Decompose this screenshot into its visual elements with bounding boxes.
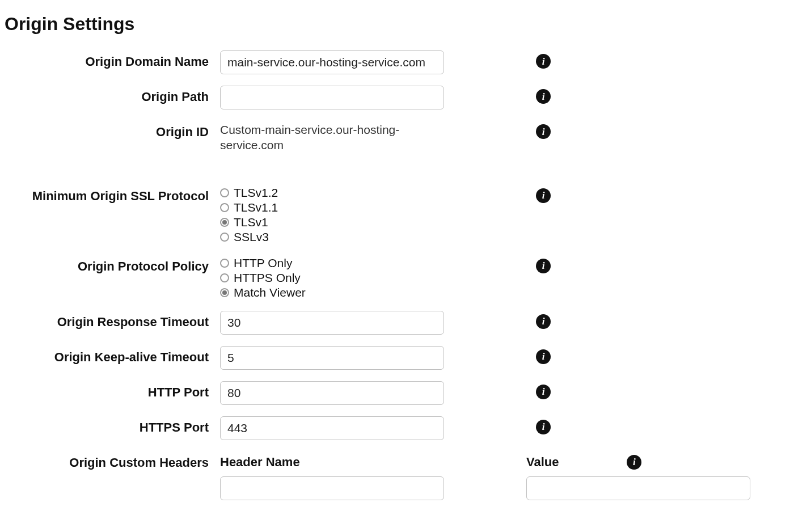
radio-dot-icon bbox=[220, 259, 229, 268]
radio-ssl-tlsv12[interactable]: TLSv1.2 bbox=[220, 186, 526, 200]
row-origin-id: Origin ID Custom-main-service.our-hostin… bbox=[5, 121, 789, 153]
input-header-name[interactable] bbox=[220, 476, 444, 500]
label-response-timeout: Origin Response Timeout bbox=[5, 311, 220, 331]
label-protocol-policy: Origin Protocol Policy bbox=[5, 255, 220, 275]
radio-label: TLSv1.1 bbox=[234, 201, 278, 214]
input-https-port[interactable] bbox=[220, 416, 444, 440]
info-icon[interactable]: i bbox=[536, 259, 551, 273]
col-header-value: Value bbox=[526, 455, 559, 470]
label-min-ssl: Minimum Origin SSL Protocol bbox=[5, 185, 220, 205]
radio-label: TLSv1.2 bbox=[234, 186, 278, 200]
info-icon[interactable]: i bbox=[536, 124, 551, 139]
row-min-ssl: Minimum Origin SSL Protocol TLSv1.2 TLSv… bbox=[5, 185, 789, 244]
row-http-port: HTTP Port i bbox=[5, 381, 789, 405]
info-icon[interactable]: i bbox=[536, 385, 551, 399]
row-protocol-policy: Origin Protocol Policy HTTP Only HTTPS O… bbox=[5, 255, 789, 299]
label-keepalive-timeout: Origin Keep-alive Timeout bbox=[5, 346, 220, 366]
static-origin-id: Custom-main-service.our-hosting-service.… bbox=[220, 121, 424, 153]
row-https-port: HTTPS Port i bbox=[5, 416, 789, 440]
radio-dot-icon bbox=[220, 288, 229, 297]
radio-dot-icon bbox=[220, 188, 229, 197]
label-origin-id: Origin ID bbox=[5, 121, 220, 141]
input-http-port[interactable] bbox=[220, 381, 444, 405]
info-icon[interactable]: i bbox=[536, 54, 551, 69]
page-title: Origin Settings bbox=[5, 14, 789, 35]
input-origin-path[interactable] bbox=[220, 86, 444, 109]
radio-dot-icon bbox=[220, 218, 229, 227]
row-response-timeout: Origin Response Timeout i bbox=[5, 311, 789, 335]
label-origin-path: Origin Path bbox=[5, 86, 220, 105]
label-origin-domain-name: Origin Domain Name bbox=[5, 50, 220, 70]
radio-dot-icon bbox=[220, 273, 229, 282]
label-https-port: HTTPS Port bbox=[5, 416, 220, 436]
info-icon[interactable]: i bbox=[627, 455, 641, 470]
input-header-value[interactable] bbox=[526, 476, 750, 500]
radio-label: TLSv1 bbox=[234, 216, 268, 229]
radio-label: SSLv3 bbox=[234, 230, 269, 244]
radio-match-viewer[interactable]: Match Viewer bbox=[220, 286, 526, 299]
radio-https-only[interactable]: HTTPS Only bbox=[220, 271, 526, 285]
input-origin-domain-name[interactable] bbox=[220, 50, 444, 74]
info-icon[interactable]: i bbox=[536, 89, 551, 104]
radio-dot-icon bbox=[220, 233, 229, 242]
input-response-timeout[interactable] bbox=[220, 311, 444, 335]
radio-dot-icon bbox=[220, 203, 229, 212]
row-keepalive-timeout: Origin Keep-alive Timeout i bbox=[5, 346, 789, 370]
info-icon[interactable]: i bbox=[536, 188, 551, 203]
input-keepalive-timeout[interactable] bbox=[220, 346, 444, 370]
label-http-port: HTTP Port bbox=[5, 381, 220, 401]
radio-ssl-tlsv1[interactable]: TLSv1 bbox=[220, 216, 526, 229]
col-header-name: Header Name bbox=[220, 451, 526, 470]
radio-label: Match Viewer bbox=[234, 286, 306, 299]
row-origin-domain-name: Origin Domain Name i bbox=[5, 50, 789, 74]
row-custom-headers-header: Origin Custom Headers Header Name Value … bbox=[5, 451, 789, 471]
info-icon[interactable]: i bbox=[536, 314, 551, 329]
radio-ssl-tlsv11[interactable]: TLSv1.1 bbox=[220, 201, 526, 214]
radio-label: HTTPS Only bbox=[234, 271, 301, 285]
row-origin-path: Origin Path i bbox=[5, 86, 789, 109]
radio-label: HTTP Only bbox=[234, 256, 292, 270]
radio-http-only[interactable]: HTTP Only bbox=[220, 256, 526, 270]
radio-group-protocol: HTTP Only HTTPS Only Match Viewer bbox=[220, 255, 526, 299]
label-custom-headers: Origin Custom Headers bbox=[5, 451, 220, 471]
info-icon[interactable]: i bbox=[536, 349, 551, 364]
radio-ssl-sslv3[interactable]: SSLv3 bbox=[220, 230, 526, 244]
info-icon[interactable]: i bbox=[536, 420, 551, 434]
radio-group-ssl: TLSv1.2 TLSv1.1 TLSv1 SSLv3 bbox=[220, 185, 526, 244]
row-custom-headers-inputs: . bbox=[5, 476, 789, 500]
